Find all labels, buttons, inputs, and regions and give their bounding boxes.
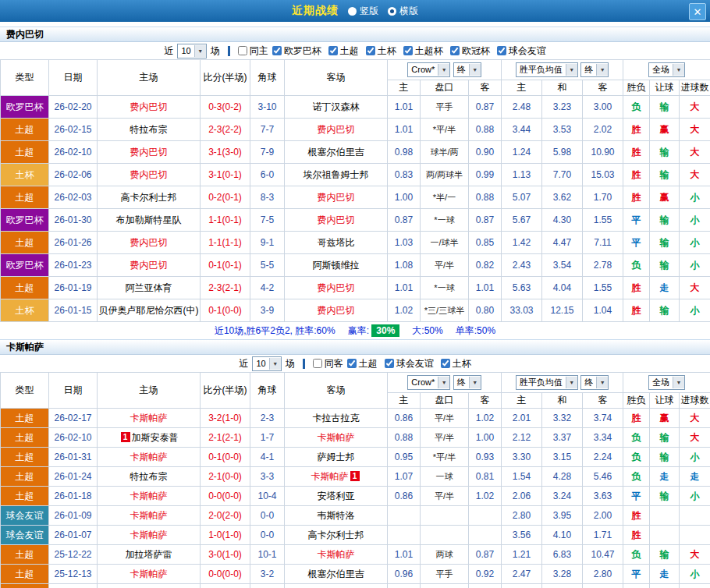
handicap-result: 输	[650, 141, 680, 164]
league-filter-checkbox[interactable]: 球会友谊	[385, 357, 434, 370]
corner-score: 0-0	[250, 526, 285, 545]
match-score: 2-3(2-2)	[201, 119, 250, 141]
odds-final-value: 终	[457, 377, 466, 388]
big-rate: 大:50%	[412, 324, 442, 338]
euro-away-odds: 1.55	[583, 209, 623, 232]
asian-away-odds: 1.04	[469, 584, 502, 588]
league-checkbox-input[interactable]	[441, 359, 450, 368]
league-type-cell: 土杯	[1, 299, 49, 322]
euro-draw-odds: 4.28	[542, 467, 583, 487]
scope-select[interactable]: 全场▼	[648, 62, 685, 77]
chevron-down-icon: ▼	[269, 358, 281, 370]
handicap-result: 赢	[650, 584, 680, 588]
scope-select[interactable]: 全场▼	[648, 375, 685, 390]
home-team: 费内巴切	[98, 232, 201, 254]
league-filter-checkbox[interactable]: 球会友谊	[497, 44, 546, 58]
home-team: 特拉布宗	[98, 119, 201, 141]
corner-score: 5-5	[250, 254, 285, 277]
home-team: 费内巴切	[98, 96, 201, 119]
euro-final-select[interactable]: 终▼	[580, 375, 609, 390]
team-name: 特拉布宗	[130, 124, 168, 135]
goals-result: 大	[680, 277, 710, 299]
sub-col-eu-draw: 和	[542, 393, 583, 409]
euro-away-odds: 1.71	[583, 526, 623, 545]
league-filter-checkbox[interactable]: 欧冠杯	[450, 44, 490, 58]
league-checkbox-input[interactable]	[328, 46, 338, 55]
radio-icon[interactable]	[348, 7, 357, 16]
match-score: 1-0(1-0)	[201, 526, 250, 545]
odds-final-select[interactable]: 终▼	[453, 62, 481, 77]
chevron-down-icon: ▼	[438, 377, 449, 388]
handicap-result: 输	[650, 448, 680, 467]
same-venue-checkbox[interactable]: 同主	[238, 44, 268, 58]
euro-away-odds: 10.90	[583, 141, 623, 164]
asian-handicap-line: 一/球半	[421, 232, 469, 254]
league-checkbox-label: 欧罗巴杯	[284, 44, 321, 58]
layout-radio-horizontal[interactable]: 横版	[388, 5, 418, 18]
match-score: 0-2(0-1)	[201, 186, 250, 209]
goals-result	[680, 526, 710, 545]
league-checkbox-label: 欧冠杯	[462, 44, 490, 58]
home-team: 卡斯帕萨	[98, 506, 201, 526]
euro-odds-select[interactable]: 胜平负均值▼	[516, 375, 578, 390]
league-checkbox-input[interactable]	[366, 46, 375, 55]
euro-odds-select[interactable]: 胜平负均值▼	[516, 62, 578, 77]
corner-score: 3-2	[250, 565, 285, 584]
asian-handicap-line: *平/半	[421, 448, 469, 467]
league-checkbox-input[interactable]	[347, 359, 357, 368]
match-date: 26-02-10	[49, 141, 98, 164]
asian-home-odds: 0.95	[388, 448, 421, 467]
same-venue-checkbox-input[interactable]	[238, 46, 247, 55]
league-checkbox-input[interactable]	[497, 46, 506, 55]
team-name: 费内巴切	[130, 237, 168, 248]
league-checkbox-input[interactable]	[403, 46, 413, 55]
league-filter-checkbox[interactable]: 土杯	[441, 357, 471, 370]
home-team: 1加斯安泰普	[98, 428, 201, 448]
euro-away-odds: 10.47	[583, 545, 623, 565]
asian-away-odds: 0.80	[469, 299, 502, 322]
corner-score: 1-7	[250, 428, 285, 448]
euro-away-odds: 2.00	[583, 506, 623, 526]
scope-header: 全场▼	[623, 373, 710, 393]
goals-result: 小	[680, 448, 710, 467]
asian-away-odds: 0.81	[469, 467, 502, 487]
match-count-select[interactable]: 10 ▼	[252, 356, 281, 371]
asian-handicap-line: 两/两球半	[421, 164, 469, 186]
euro-home-odds: 1.54	[502, 467, 542, 487]
asian-home-odds: 1.03	[388, 232, 421, 254]
handicap-result: 输	[650, 232, 680, 254]
goals-result: 小	[680, 299, 710, 322]
league-checkbox-input[interactable]	[272, 46, 282, 55]
euro-final-select[interactable]: 终▼	[580, 62, 609, 77]
match-count-select[interactable]: 10 ▼	[177, 44, 206, 58]
odds-company-select[interactable]: Crow*▼	[407, 62, 450, 77]
close-icon[interactable]: ✕	[689, 3, 706, 20]
league-filter-checkbox[interactable]: 土超	[347, 357, 378, 370]
league-type-cell: 欧罗巴杯	[1, 96, 49, 119]
match-row: 欧罗巴杯26-01-30布加勒斯特星队1-1(0-1)7-5费内巴切0.87*一…	[1, 209, 710, 232]
league-filter-checkbox[interactable]: 土超杯	[403, 44, 443, 58]
match-score: 0-3(0-2)	[201, 96, 250, 119]
same-venue-checkbox[interactable]: 同客	[313, 357, 343, 370]
euro-home-odds: 5.67	[502, 209, 542, 232]
team-name: 费内巴切	[318, 124, 355, 135]
odds-final-value: 终	[457, 64, 466, 76]
league-filter-checkbox[interactable]: 欧罗巴杯	[272, 44, 321, 58]
layout-radio-vertical[interactable]: 竖版	[348, 5, 378, 18]
red-card-badge: 1	[350, 471, 360, 481]
asian-handicap-line: 平/半	[421, 428, 469, 448]
league-filter-checkbox[interactable]: 土超	[328, 44, 359, 58]
asian-home-odds: 0.98	[388, 141, 421, 164]
summary-text: 近10场,胜6平2负2, 胜率:60%	[215, 324, 335, 338]
odds-company-select[interactable]: Crow*▼	[407, 375, 450, 390]
league-checkbox-input[interactable]	[385, 359, 394, 368]
radio-icon[interactable]	[388, 7, 396, 16]
goals-result: 大	[680, 96, 710, 119]
same-venue-checkbox-input[interactable]	[313, 359, 322, 368]
euro-draw-odds: 3.53	[542, 119, 583, 141]
league-type-cell: 土杯	[1, 164, 49, 186]
league-filter-checkbox[interactable]: 土杯	[366, 44, 396, 58]
odds-final-select[interactable]: 终▼	[453, 375, 481, 390]
euro-odds-header: 胜平负均值▼ 终▼	[502, 60, 623, 80]
league-checkbox-input[interactable]	[450, 46, 460, 55]
